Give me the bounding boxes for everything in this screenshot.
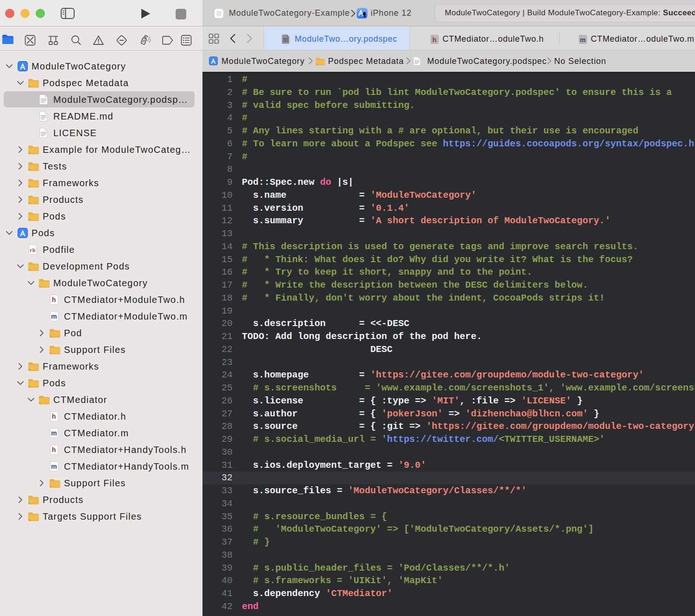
svg-text:m: m — [51, 429, 57, 437]
svg-text:h: h — [52, 446, 57, 453]
svg-text:h: h — [52, 296, 57, 303]
svg-text:m: m — [51, 463, 57, 470]
svg-text:h: h — [52, 413, 57, 420]
svg-text:h: h — [432, 36, 436, 43]
svg-text:m: m — [580, 36, 586, 43]
svg-text:m: m — [51, 313, 57, 320]
svg-text:rb: rb — [30, 248, 36, 253]
